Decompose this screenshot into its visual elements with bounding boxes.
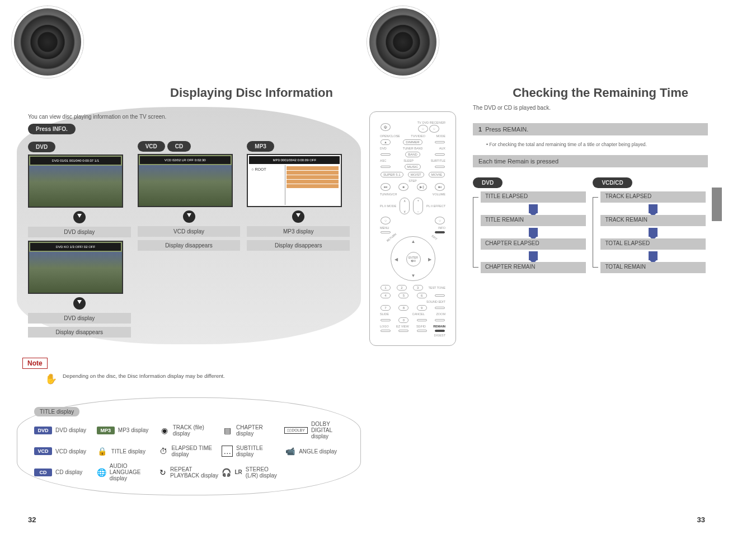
seq-item: CHAPTER ELAPSED: [481, 238, 586, 250]
menu-button[interactable]: [381, 231, 391, 233]
dpad-up[interactable]: ▲: [411, 239, 416, 244]
dpad-right[interactable]: ▶: [428, 257, 431, 262]
title-icon: 🔒: [97, 446, 108, 457]
dvd-seq-pill: DVD: [473, 177, 503, 188]
testtone-button[interactable]: [435, 294, 445, 297]
legend-repeat: REPEAT PLAYBACK display: [170, 466, 218, 479]
asc-button[interactable]: [381, 166, 391, 168]
remain-button[interactable]: [435, 330, 445, 332]
num4-button[interactable]: 4: [381, 293, 391, 298]
pl2mode-button[interactable]: ○: [381, 217, 391, 224]
down-arrow-icon: [73, 297, 86, 310]
dpad-down[interactable]: ▼: [411, 273, 416, 278]
tuning-rocker[interactable]: ∧∨: [400, 198, 410, 214]
cd-pill: CD: [167, 141, 191, 152]
num6-button[interactable]: 6: [417, 293, 427, 298]
logo-button[interactable]: [381, 330, 391, 332]
loop-bracket: [473, 197, 478, 268]
band-button[interactable]: BAND: [405, 152, 420, 157]
seq-arrow-icon: [649, 251, 658, 260]
page-number: 33: [697, 516, 705, 524]
tv-led: ○: [418, 125, 428, 133]
dpad-left[interactable]: ◀: [395, 257, 398, 262]
num1-button[interactable]: 1: [381, 285, 391, 291]
num2-button[interactable]: 2: [397, 285, 407, 291]
scenic-image: [139, 165, 232, 206]
lr-text: LR: [234, 469, 242, 475]
legend-stereo: STEREO (L/R) display: [246, 466, 281, 479]
elapsed-icon: ⏱: [159, 446, 168, 457]
info-panel: You can view disc playing information on…: [17, 107, 361, 344]
seq-arrow-icon: [649, 204, 658, 213]
note-text: ✋ Depending on the disc, the Disc Inform…: [45, 372, 367, 386]
num7-button[interactable]: 7: [381, 305, 391, 311]
dimmer-button[interactable]: DIMMER: [403, 139, 422, 145]
seq-arrow-icon: [529, 204, 538, 213]
repeat-icon: ↻: [159, 467, 167, 478]
super51-button[interactable]: SUPER 5.1: [381, 172, 403, 177]
sleep-label: SLEEP: [403, 159, 414, 162]
zoom-button[interactable]: [435, 319, 445, 321]
pl2effect-button[interactable]: ○: [435, 217, 445, 224]
dvd-button[interactable]: [381, 153, 391, 156]
legend-dolby: DOLBY DIGITAL display: [311, 421, 344, 439]
page-number: 32: [28, 516, 36, 524]
speaker-graphic: [369, 8, 436, 76]
info-label: INFO: [438, 226, 445, 229]
exit-label: EXIT: [431, 234, 438, 241]
dvd-label: DVD: [380, 147, 387, 150]
music-button[interactable]: MUSIC: [405, 164, 421, 170]
soundedit-button[interactable]: [435, 307, 445, 309]
disappear-label: Display disappears: [138, 240, 241, 251]
legend-mp3: MP3 display: [118, 427, 148, 433]
most-button[interactable]: MO/ST: [408, 172, 424, 177]
subtitle-button[interactable]: [435, 166, 445, 168]
note-content: Depending on the disc, the Disc Informat…: [63, 372, 225, 386]
speaker-graphic: [14, 8, 81, 76]
remote-control: ⏻ TV DVD RECEIVER○○ OPEN/CLOSETV/VIDEOMO…: [369, 111, 456, 346]
aux-button[interactable]: [435, 153, 445, 156]
openclose-label: OPEN/CLOSE: [380, 134, 400, 138]
seq-item: TRACK REMAIN: [600, 215, 706, 226]
remain-label: REMAIN: [433, 325, 445, 328]
legend-title-disp: TITLE display: [111, 448, 145, 455]
enter-button[interactable]: ENTER�łłł: [406, 252, 421, 266]
next-button[interactable]: ⏭: [435, 183, 445, 191]
num8-button[interactable]: 8: [398, 305, 408, 311]
sdhd-label: SD/HD: [416, 325, 426, 328]
movie-button[interactable]: MOVIE: [429, 172, 445, 177]
num5-button[interactable]: 5: [398, 293, 408, 298]
volume-rocker[interactable]: +−: [413, 198, 423, 214]
track-icon: ◉: [159, 425, 170, 436]
legend-chapter: CHAPTER display: [236, 424, 281, 437]
sdhd-button[interactable]: [417, 330, 427, 332]
num9-button[interactable]: 9: [417, 305, 427, 311]
ezview-button[interactable]: [398, 330, 408, 332]
power-button[interactable]: ⏻: [381, 123, 391, 131]
page-title: Checking the Remaining Time: [367, 86, 722, 100]
pl2effect-label: PL II EFFECT: [426, 204, 445, 208]
mp3-root: ○ ROOT: [249, 165, 285, 205]
dvd-label-1: DVD display: [28, 227, 131, 237]
cd-seq-pill: VCD/CD: [593, 177, 632, 188]
legend-elapsed: ELAPSED TIME display: [171, 445, 218, 457]
prev-button[interactable]: ⏮: [381, 183, 391, 191]
legend-angle: ANGLE display: [299, 448, 337, 455]
mp3-label: MP3 display: [247, 226, 350, 237]
num0-button[interactable]: 0: [398, 317, 408, 323]
legend-title: TITLE display: [34, 407, 79, 416]
seq-item: TOTAL REMAIN: [600, 262, 706, 273]
dvd-badge: DVD: [34, 427, 52, 434]
slide-button[interactable]: [381, 319, 391, 321]
num3-button[interactable]: 3: [413, 285, 423, 291]
dpad[interactable]: ▲ ▼ ◀ ▶ ENTER�łłł RETURN EXIT: [391, 236, 435, 281]
openclose-button[interactable]: ▲: [381, 139, 391, 145]
scenic-image: [29, 252, 122, 293]
stop-button[interactable]: ■: [398, 183, 408, 191]
cancel-button[interactable]: [417, 319, 427, 321]
soundedit-label: SOUND EDIT: [426, 300, 445, 303]
info-button[interactable]: [435, 231, 445, 233]
vcd-pill: VCD: [138, 141, 165, 152]
mode-button[interactable]: [435, 141, 445, 143]
play-button[interactable]: ▶∥: [417, 183, 427, 191]
